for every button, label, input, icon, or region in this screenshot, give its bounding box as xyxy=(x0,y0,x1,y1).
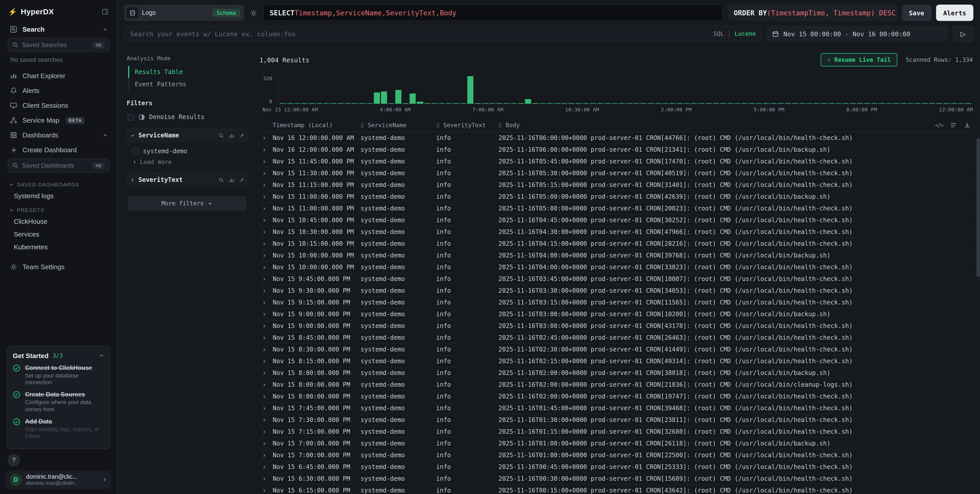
expand-row-icon[interactable] xyxy=(259,277,273,281)
histogram-bar[interactable] xyxy=(323,103,329,104)
table-row[interactable]: Nov 16 12:00:00.000 AM systemd-demo info… xyxy=(259,132,973,144)
histogram-bar[interactable] xyxy=(828,103,834,104)
histogram-bar[interactable] xyxy=(807,103,813,104)
table-row[interactable]: Nov 15 9:15:00.000 PM systemd-demo info … xyxy=(259,297,973,309)
histogram-bar[interactable] xyxy=(561,103,567,104)
expand-row-icon[interactable] xyxy=(259,206,273,211)
histogram-bar[interactable] xyxy=(439,103,445,104)
nav-client-sessions[interactable]: Client Sessions xyxy=(6,98,111,113)
expand-row-icon[interactable] xyxy=(259,194,273,199)
histogram-bar[interactable] xyxy=(691,103,697,104)
histogram-bar[interactable] xyxy=(460,103,466,104)
histogram-bar[interactable] xyxy=(366,103,372,104)
histogram-bar[interactable] xyxy=(749,103,755,104)
histogram-bar[interactable] xyxy=(915,103,921,104)
histogram-bar[interactable] xyxy=(670,103,676,104)
histogram-bar[interactable] xyxy=(770,103,776,104)
histogram-bar[interactable] xyxy=(698,103,705,104)
table-row[interactable]: Nov 15 7:00:00.000 PM systemd-demo info … xyxy=(259,449,973,461)
table-row[interactable]: Nov 15 9:30:00.000 PM systemd-demo info … xyxy=(259,285,973,297)
histogram-bar[interactable] xyxy=(496,103,503,104)
histogram-bar[interactable] xyxy=(489,103,495,104)
facet-value-systemd-demo[interactable]: systemd-demo xyxy=(131,146,247,156)
save-button[interactable]: Save xyxy=(902,5,931,21)
column-header-timestamp[interactable]: Timestamp (Local) xyxy=(273,121,361,129)
histogram-bar[interactable] xyxy=(309,103,315,104)
histogram-bar[interactable] xyxy=(518,103,524,104)
nav-chart-explorer[interactable]: Chart Explorer xyxy=(6,69,111,83)
histogram-bar[interactable] xyxy=(410,94,416,104)
expand-row-icon[interactable] xyxy=(259,288,273,293)
more-filters-button[interactable]: More filters xyxy=(128,196,246,210)
table-row[interactable]: Nov 15 10:30:00.000 PM systemd-demo info… xyxy=(259,226,973,238)
histogram-bar[interactable] xyxy=(504,103,510,104)
get-started-step[interactable]: Create Data Sources Configure where your… xyxy=(13,391,104,413)
section-presets[interactable]: PRESETS xyxy=(6,202,111,215)
histogram-bar[interactable] xyxy=(893,103,899,104)
facet-search-icon[interactable] xyxy=(219,132,224,138)
histogram-bar[interactable] xyxy=(424,103,430,104)
histogram-bar[interactable] xyxy=(900,103,907,104)
expand-row-icon[interactable] xyxy=(259,371,273,375)
histogram-bar[interactable] xyxy=(547,103,553,104)
table-row[interactable]: Nov 15 6:15:00.000 PM systemd-demo info … xyxy=(259,485,973,494)
expand-row-icon[interactable] xyxy=(259,359,273,363)
histogram-bar[interactable] xyxy=(352,103,358,104)
histogram-bar[interactable] xyxy=(734,103,740,104)
histogram-bar[interactable] xyxy=(395,90,401,104)
alerts-button[interactable]: Alerts xyxy=(936,5,974,21)
histogram-bar[interactable] xyxy=(525,99,531,104)
table-row[interactable]: Nov 15 10:00:00.000 PM systemd-demo info… xyxy=(259,261,973,273)
histogram-bar[interactable] xyxy=(475,103,481,104)
table-row[interactable]: Nov 15 9:00:00.000 PM systemd-demo info … xyxy=(259,320,973,332)
denoise-results-toggle[interactable]: Denoise Results xyxy=(127,112,248,122)
table-row[interactable]: Nov 15 8:45:00.000 PM systemd-demo info … xyxy=(259,332,973,344)
expand-row-icon[interactable] xyxy=(259,171,273,175)
expand-row-icon[interactable] xyxy=(259,429,273,434)
histogram-bar[interactable] xyxy=(532,103,539,104)
expand-row-icon[interactable] xyxy=(259,147,273,152)
histogram-bar[interactable] xyxy=(929,103,935,104)
histogram-bar[interactable] xyxy=(713,103,719,104)
expand-row-icon[interactable] xyxy=(259,218,273,223)
expand-row-icon[interactable] xyxy=(259,394,273,399)
expand-row-icon[interactable] xyxy=(259,347,273,352)
histogram-bar[interactable] xyxy=(381,92,387,104)
lang-sql-option[interactable]: SQL xyxy=(713,30,724,37)
expand-row-icon[interactable] xyxy=(259,300,273,305)
mode-results-table[interactable]: Results Table xyxy=(128,66,248,78)
histogram-bar[interactable] xyxy=(337,103,344,104)
histogram-bar[interactable] xyxy=(965,103,971,104)
table-row[interactable]: Nov 15 7:30:00.000 PM systemd-demo info … xyxy=(259,414,973,426)
table-row[interactable]: Nov 15 9:00:00.000 PM systemd-demo info … xyxy=(259,309,973,320)
drag-handle-icon[interactable] xyxy=(361,122,364,128)
query-language-toggle[interactable]: SQL | Lucene xyxy=(713,30,756,37)
histogram-bar[interactable] xyxy=(626,103,632,104)
facet-search-icon[interactable] xyxy=(219,177,224,183)
histogram-bar[interactable] xyxy=(482,103,488,104)
histogram-bar[interactable] xyxy=(958,103,964,104)
time-range-picker[interactable]: Nov 15 00:00:00 - Nov 16 00:00:00 xyxy=(767,25,948,42)
histogram-bar[interactable] xyxy=(576,103,582,104)
nav-search[interactable]: Search xyxy=(6,22,111,37)
table-row[interactable]: Nov 15 10:00:00.000 PM systemd-demo info… xyxy=(259,250,973,261)
hyperdx-logo[interactable]: ⚡ HyperDX xyxy=(8,7,54,16)
table-row[interactable]: Nov 15 7:15:00.000 PM systemd-demo info … xyxy=(259,426,973,438)
histogram-bar[interactable] xyxy=(331,103,337,104)
histogram-bar[interactable] xyxy=(641,103,647,104)
histogram-bar[interactable] xyxy=(785,103,791,104)
histogram-bar[interactable] xyxy=(402,103,409,104)
create-dashboard-button[interactable]: Create Dashboard xyxy=(6,143,111,157)
table-row[interactable]: Nov 15 9:45:00.000 PM systemd-demo info … xyxy=(259,273,973,285)
drag-handle-icon[interactable] xyxy=(498,122,502,128)
histogram-bar[interactable] xyxy=(799,103,805,104)
table-row[interactable]: Nov 15 11:30:00.000 PM systemd-demo info… xyxy=(259,167,973,179)
histogram-bar[interactable] xyxy=(539,103,546,104)
view-source-icon[interactable]: </> xyxy=(935,122,943,128)
table-row[interactable]: Nov 15 11:45:00.000 PM systemd-demo info… xyxy=(259,156,973,167)
table-row[interactable]: Nov 15 6:30:00.000 PM systemd-demo info … xyxy=(259,473,973,485)
column-header-servicename[interactable]: ServiceName xyxy=(361,121,436,129)
histogram-bar[interactable] xyxy=(388,103,394,104)
histogram-bar[interactable] xyxy=(359,103,365,104)
histogram-bar[interactable] xyxy=(879,103,885,104)
